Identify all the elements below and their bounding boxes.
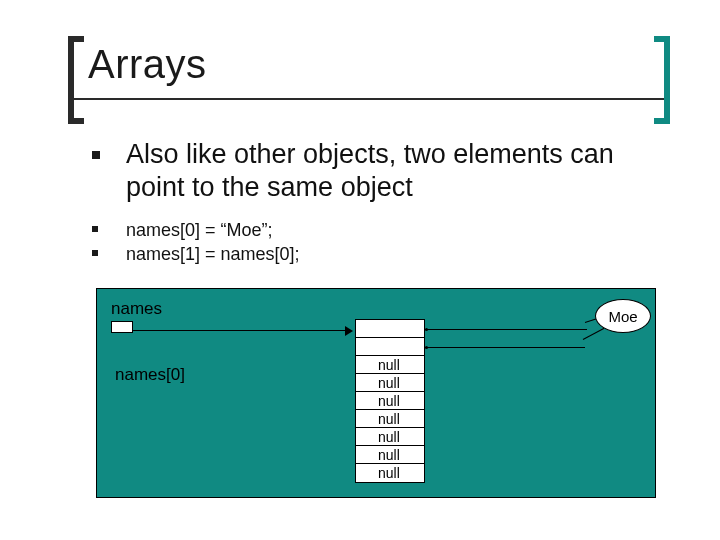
names-index0-label: names[0]	[115, 365, 185, 385]
bullet-main: Also like other objects, two elements ca…	[92, 138, 648, 204]
array-cell-7: null	[356, 446, 424, 464]
names-var-box	[111, 321, 133, 333]
names-pointer-arrow	[133, 326, 353, 336]
bullet-square-icon	[92, 250, 98, 256]
bullet-code-1: names[0] = “Moe”;	[92, 218, 648, 242]
bullet-code-2: names[1] = names[0];	[92, 242, 648, 266]
array-cell-3: null	[356, 374, 424, 392]
array-cell-4: null	[356, 392, 424, 410]
array-cells: null null null null null null null	[355, 319, 425, 483]
bullet-square-icon	[92, 226, 98, 232]
array-cell-1	[356, 338, 424, 356]
array-cell-2: null	[356, 356, 424, 374]
names-var-label: names	[111, 299, 162, 319]
object-moe: Moe	[595, 299, 651, 333]
code-line-1: names[0] = “Moe”;	[126, 218, 273, 242]
array-cell-0	[356, 320, 424, 338]
title-frame: Arrays	[78, 44, 660, 116]
code-line-2: names[1] = names[0];	[126, 242, 300, 266]
pointer-arrow-1	[425, 347, 585, 348]
array-cell-5: null	[356, 410, 424, 428]
array-cell-8: null	[356, 464, 424, 482]
bullet-square-icon	[92, 151, 100, 159]
memory-diagram: names names[0] null null null null null …	[96, 288, 656, 498]
slide-title: Arrays	[88, 42, 207, 87]
bullet-list: Also like other objects, two elements ca…	[92, 138, 648, 266]
array-cell-6: null	[356, 428, 424, 446]
title-underline	[74, 98, 664, 100]
bracket-right-decoration	[654, 36, 670, 124]
pointer-arrow-0	[425, 329, 587, 330]
bracket-left-decoration	[68, 36, 84, 124]
bullet-main-text: Also like other objects, two elements ca…	[126, 138, 648, 204]
